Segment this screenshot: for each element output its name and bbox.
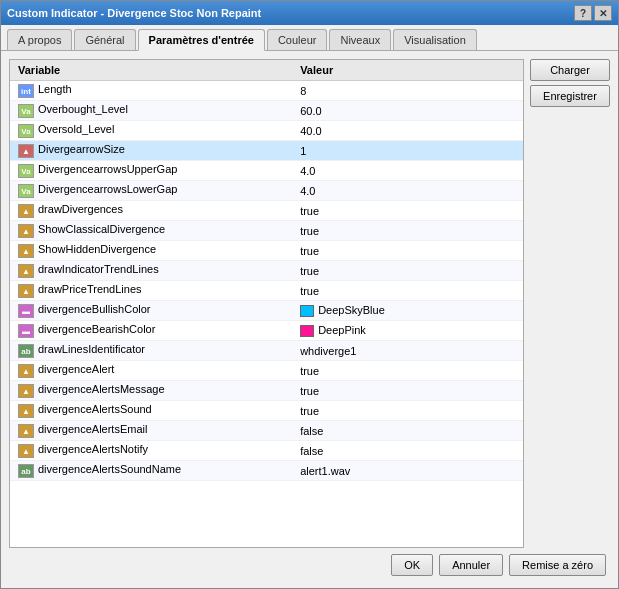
color-icon: ▬ (18, 324, 34, 338)
main-content: Variable Valeur intLength8VaOverbought_L… (1, 51, 618, 588)
variable-value: 60.0 (292, 101, 523, 121)
variable-value: true (292, 201, 523, 221)
tab-general[interactable]: Général (74, 29, 135, 50)
variable-name: Oversold_Level (38, 123, 114, 135)
table-row: VaOverbought_Level (10, 101, 292, 121)
arr-icon: ▲ (18, 144, 34, 158)
bool-icon: ▲ (18, 404, 34, 418)
val-icon: Va (18, 124, 34, 138)
table-row: ▲divergenceAlertsNotify (10, 441, 292, 461)
variable-value: 8 (292, 81, 523, 101)
table-row: ▲divergenceAlert (10, 361, 292, 381)
table-row: ▲drawPriceTrendLines (10, 281, 292, 301)
variable-value: true (292, 281, 523, 301)
val-icon: Va (18, 104, 34, 118)
bool-icon: ▲ (18, 284, 34, 298)
val-icon: Va (18, 184, 34, 198)
variable-name: Overbought_Level (38, 103, 128, 115)
bool-icon: ▲ (18, 384, 34, 398)
bool-icon: ▲ (18, 424, 34, 438)
table-row: ▲drawDivergences (10, 201, 292, 221)
table-row: abdivergenceAlertsSoundName (10, 461, 292, 481)
close-button[interactable]: ✕ (594, 5, 612, 21)
table-row: ▬divergenceBearishColor (10, 321, 292, 341)
variable-name: divergenceAlertsMessage (38, 383, 165, 395)
table-row: VaDivergencearrowsUpperGap (10, 161, 292, 181)
table-row: ▲drawIndicatorTrendLines (10, 261, 292, 281)
remise-button[interactable]: Remise a zéro (509, 554, 606, 576)
color-swatch (300, 305, 314, 317)
ab-icon: ab (18, 344, 34, 358)
variable-name: DivergencearrowsUpperGap (38, 163, 177, 175)
table-row: ▲divergenceAlertsMessage (10, 381, 292, 401)
val-icon: Va (18, 164, 34, 178)
variable-value: 1 (292, 141, 523, 161)
bool-icon: ▲ (18, 224, 34, 238)
variable-value: whdiverge1 (292, 341, 523, 361)
variable-value: true (292, 361, 523, 381)
variable-name: drawPriceTrendLines (38, 283, 142, 295)
footer-buttons: OK Annuler Remise a zéro (9, 548, 610, 580)
help-button[interactable]: ? (574, 5, 592, 21)
bool-icon: ▲ (18, 444, 34, 458)
variable-value: DeepSkyBlue (292, 301, 523, 321)
annuler-button[interactable]: Annuler (439, 554, 503, 576)
variable-name: DivergearrowSize (38, 143, 125, 155)
int-icon: int (18, 84, 34, 98)
variable-name: Length (38, 83, 72, 95)
table-row: ▲ShowClassicalDivergence (10, 221, 292, 241)
variable-value: 4.0 (292, 161, 523, 181)
tab-apropos[interactable]: A propos (7, 29, 72, 50)
tab-parametres[interactable]: Paramètres d'entrée (138, 29, 265, 51)
variable-value: true (292, 221, 523, 241)
variable-value: true (292, 261, 523, 281)
variable-name: divergenceBullishColor (38, 303, 151, 315)
col-header-variable: Variable (10, 60, 292, 81)
variable-name: divergenceAlertsEmail (38, 423, 147, 435)
table-row: ▲ShowHiddenDivergence (10, 241, 292, 261)
bool-icon: ▲ (18, 244, 34, 258)
tab-niveaux[interactable]: Niveaux (329, 29, 391, 50)
color-swatch (300, 325, 314, 337)
variable-name: divergenceBearishColor (38, 323, 155, 335)
variable-name: drawDivergences (38, 203, 123, 215)
tab-visualisation[interactable]: Visualisation (393, 29, 477, 50)
variable-value: false (292, 421, 523, 441)
variable-value: 40.0 (292, 121, 523, 141)
ab-icon: ab (18, 464, 34, 478)
variable-value: 4.0 (292, 181, 523, 201)
variable-value: true (292, 401, 523, 421)
title-bar: Custom Indicator - Divergence Stoc Non R… (1, 1, 618, 25)
bool-icon: ▲ (18, 264, 34, 278)
variable-name: drawIndicatorTrendLines (38, 263, 159, 275)
table-row: ▲divergenceAlertsEmail (10, 421, 292, 441)
variable-value: alert1.wav (292, 461, 523, 481)
variable-name: divergenceAlert (38, 363, 114, 375)
parameters-table: Variable Valeur intLength8VaOverbought_L… (10, 60, 523, 481)
bool-icon: ▲ (18, 364, 34, 378)
side-buttons: Charger Enregistrer (530, 59, 610, 548)
ok-button[interactable]: OK (391, 554, 433, 576)
title-bar-buttons: ? ✕ (574, 5, 612, 21)
tab-couleur[interactable]: Couleur (267, 29, 328, 50)
color-icon: ▬ (18, 304, 34, 318)
variable-name: DivergencearrowsLowerGap (38, 183, 177, 195)
variable-value: true (292, 381, 523, 401)
bool-icon: ▲ (18, 204, 34, 218)
table-row: abdrawLinesIdentificator (10, 341, 292, 361)
variable-name: drawLinesIdentificator (38, 343, 145, 355)
variable-value: DeepPink (292, 321, 523, 341)
enregistrer-button[interactable]: Enregistrer (530, 85, 610, 107)
variable-name: divergenceAlertsSound (38, 403, 152, 415)
variable-name: divergenceAlertsSoundName (38, 463, 181, 475)
variable-name: ShowHiddenDivergence (38, 243, 156, 255)
main-window: Custom Indicator - Divergence Stoc Non R… (0, 0, 619, 589)
table-row: ▬divergenceBullishColor (10, 301, 292, 321)
table-row: VaDivergencearrowsLowerGap (10, 181, 292, 201)
parameters-table-container[interactable]: Variable Valeur intLength8VaOverbought_L… (9, 59, 524, 548)
charger-button[interactable]: Charger (530, 59, 610, 81)
variable-name: ShowClassicalDivergence (38, 223, 165, 235)
tab-bar: A propos Général Paramètres d'entrée Cou… (1, 25, 618, 51)
window-title: Custom Indicator - Divergence Stoc Non R… (7, 7, 261, 19)
table-row: ▲divergenceAlertsSound (10, 401, 292, 421)
